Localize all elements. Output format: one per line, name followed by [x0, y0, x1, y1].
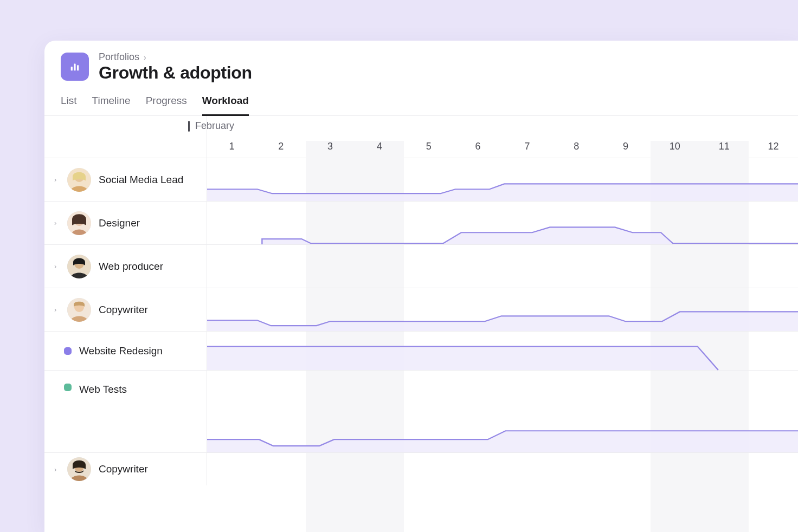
- date-cell: 2: [256, 116, 306, 158]
- workload-graph: [207, 158, 798, 201]
- workload-row: › Copywriter: [44, 288, 798, 332]
- tab-timeline[interactable]: Timeline: [92, 95, 131, 116]
- row-label-cell[interactable]: › Designer: [44, 202, 207, 244]
- row-label-cell[interactable]: › Copywriter: [44, 288, 207, 331]
- breadcrumb[interactable]: Portfolios ›: [99, 51, 252, 63]
- date-cell: 12: [749, 116, 798, 158]
- workload-row: › Social Media Lead: [44, 158, 798, 202]
- row-label-cell[interactable]: Web Tests: [44, 371, 207, 452]
- month-tick: [188, 121, 190, 132]
- avatar: [67, 298, 91, 322]
- chevron-right-icon[interactable]: ›: [54, 306, 60, 314]
- row-label: Web producer: [99, 261, 163, 273]
- workload-row: › Designer: [44, 202, 798, 245]
- chevron-right-icon[interactable]: ›: [54, 219, 60, 227]
- row-label-cell[interactable]: › Copywriter: [44, 453, 207, 485]
- date-cell: 4: [355, 116, 404, 158]
- tabs: List Timeline Progress Workload: [44, 83, 798, 116]
- date-cell: 6: [453, 116, 503, 158]
- avatar: [67, 211, 91, 235]
- workload-graph: [207, 371, 798, 452]
- timeline-header: February 1 2 3 4 5 6 7 8 9 10 11 12: [44, 116, 798, 158]
- chevron-right-icon[interactable]: ›: [54, 262, 60, 270]
- row-label: Copywriter: [99, 463, 148, 475]
- title-block: Portfolios › Growth & adoption: [99, 53, 252, 83]
- timeline-header-left: February: [44, 116, 207, 158]
- date-cell: 9: [601, 116, 651, 158]
- date-cell: 11: [699, 116, 749, 158]
- workload-row-project: Web Tests: [44, 371, 798, 453]
- date-cell: 5: [404, 116, 453, 158]
- row-label: Website Redesign: [79, 345, 163, 357]
- date-cell: 3: [306, 116, 355, 158]
- date-cell: 10: [650, 116, 699, 158]
- header: Portfolios › Growth & adoption: [44, 41, 798, 83]
- workload-graph: [207, 288, 798, 331]
- workload-graph: [207, 245, 798, 288]
- workload-row: › Copywriter: [44, 453, 798, 485]
- avatar: [67, 168, 91, 192]
- page-title: Growth & adoption: [99, 63, 252, 83]
- workload-row-project: Website Redesign: [44, 332, 798, 371]
- svg-rect-0: [71, 67, 73, 70]
- tab-progress[interactable]: Progress: [146, 95, 187, 116]
- header-top: Portfolios › Growth & adoption: [61, 53, 782, 83]
- workload-row: › Web producer: [44, 245, 798, 288]
- tab-workload[interactable]: Workload: [202, 95, 249, 116]
- project-color-dot: [64, 384, 72, 391]
- row-label-cell[interactable]: › Social Media Lead: [44, 158, 207, 201]
- row-label: Web Tests: [79, 384, 127, 395]
- dates-grid: 1 2 3 4 5 6 7 8 9 10 11 12: [207, 116, 798, 158]
- breadcrumb-parent[interactable]: Portfolios: [99, 51, 139, 63]
- tab-list[interactable]: List: [61, 95, 77, 116]
- workload-graph: [207, 332, 798, 370]
- app-window: Portfolios › Growth & adoption List Time…: [44, 41, 798, 532]
- svg-rect-1: [74, 64, 75, 71]
- timeline-area: February 1 2 3 4 5 6 7 8 9 10 11 12: [44, 116, 798, 485]
- chevron-right-icon[interactable]: ›: [54, 176, 60, 184]
- avatar: [67, 255, 91, 278]
- bar-chart-icon: [69, 61, 81, 73]
- date-cell: 8: [552, 116, 601, 158]
- svg-rect-2: [77, 65, 79, 70]
- chevron-right-icon: ›: [144, 53, 146, 62]
- row-label-cell[interactable]: Website Redesign: [44, 332, 207, 370]
- row-label: Social Media Lead: [99, 174, 183, 186]
- portfolio-folder-icon: [61, 53, 89, 81]
- project-color-dot: [64, 347, 72, 355]
- date-cell: 1: [207, 116, 256, 158]
- workload-graph: [207, 202, 798, 244]
- workload-graph: [207, 453, 798, 485]
- workload-rows: › Social Media Lead ›: [44, 158, 798, 485]
- chevron-right-icon[interactable]: ›: [54, 465, 60, 473]
- row-label-cell[interactable]: › Web producer: [44, 245, 207, 288]
- avatar: [67, 457, 91, 481]
- row-label: Designer: [99, 217, 140, 229]
- date-cell: 7: [503, 116, 552, 158]
- row-label: Copywriter: [99, 304, 148, 316]
